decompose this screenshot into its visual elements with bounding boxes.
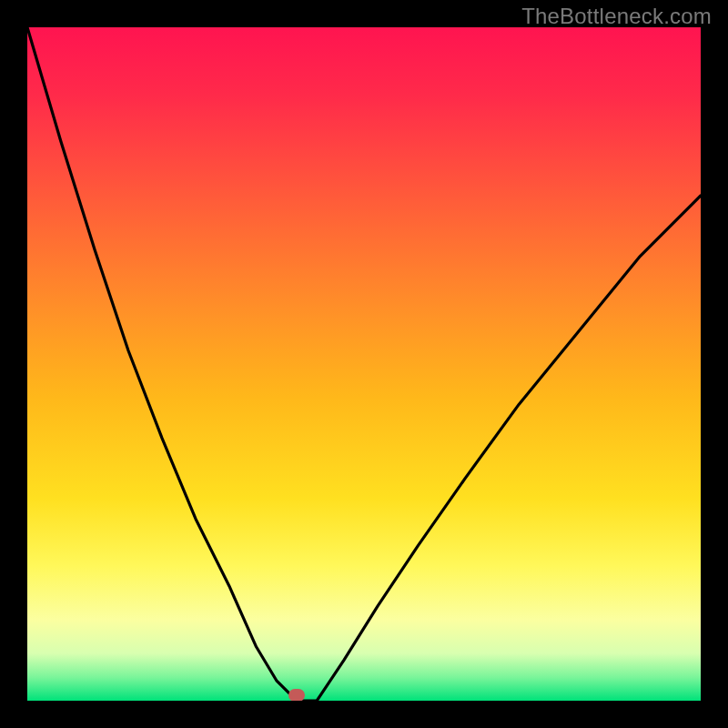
chart-frame: TheBottleneck.com: [0, 0, 728, 728]
plot-area: [27, 27, 701, 701]
bottleneck-curve: [27, 27, 701, 701]
optimal-point-marker: [288, 689, 305, 701]
watermark-label: TheBottleneck.com: [521, 4, 712, 29]
